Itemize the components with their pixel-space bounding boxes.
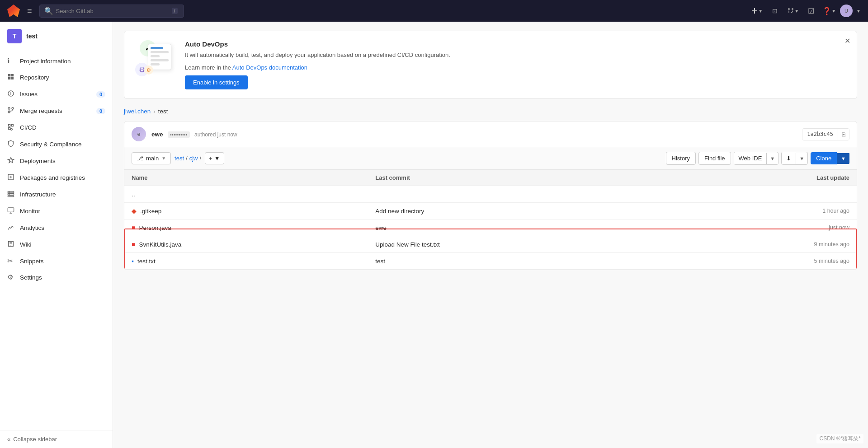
commit-hash-area: 1a2b3c45 ⎘: [802, 128, 849, 140]
commit-author-name: ewe: [151, 131, 163, 138]
svg-rect-1: [752, 10, 757, 11]
analytics-icon: [7, 224, 15, 232]
sidebar-label: Analytics: [20, 224, 44, 231]
download-dropdown[interactable]: ▼: [796, 153, 807, 164]
sidebar-label: CI/CD: [20, 124, 37, 131]
sidebar-label: Repository: [20, 74, 49, 81]
commit-message: Add new directory: [368, 203, 667, 219]
file-table: Name Last commit Last update ..: [124, 170, 857, 270]
sidebar-item-infrastructure[interactable]: Infrastructure: [0, 186, 113, 203]
sidebar-item-merge-requests[interactable]: Merge requests 0: [0, 103, 113, 119]
branch-selector[interactable]: ⎇ main ▼: [132, 152, 171, 164]
copy-hash-button[interactable]: ⎘: [838, 129, 849, 140]
commit-hash-button[interactable]: 1a2b3c45 ⎘: [802, 128, 849, 140]
parent-directory-row[interactable]: ..: [124, 186, 857, 203]
gitlab-logo[interactable]: [7, 5, 20, 17]
sidebar: T test ℹ Project information Repository …: [0, 22, 113, 448]
help-icon[interactable]: ❓▼: [822, 4, 836, 18]
sidebar-label: Settings: [20, 274, 42, 281]
download-main-button[interactable]: ⬇: [782, 152, 796, 164]
issues-badge: 0: [96, 91, 105, 98]
path-part-cjw[interactable]: cjw: [189, 155, 198, 162]
clone-button[interactable]: Clone ▼: [811, 152, 849, 164]
clone-main-button[interactable]: Clone: [811, 152, 837, 164]
svg-rect-9: [8, 196, 14, 197]
web-ide-button[interactable]: Web IDE ▼: [734, 152, 779, 165]
project-avatar: T: [7, 29, 22, 43]
table-row[interactable]: ▪ test.txt test 5 minutes ago: [124, 253, 857, 270]
commit-message: test: [368, 253, 667, 270]
hamburger-menu[interactable]: ≡: [25, 5, 34, 18]
collapse-sidebar-button[interactable]: « Collapse sidebar: [0, 430, 113, 448]
project-name: test: [26, 33, 38, 40]
file-link-person-java[interactable]: Person.java: [139, 224, 171, 231]
sidebar-item-project-information[interactable]: ℹ Project information: [0, 53, 113, 69]
sidebar-item-repository[interactable]: Repository: [0, 69, 113, 86]
file-name-cell: ◆ .gitkeep: [132, 207, 361, 215]
sidebar-item-wiki[interactable]: Wiki: [0, 236, 113, 253]
sidebar-item-snippets[interactable]: ✂ Snippets: [0, 253, 113, 269]
user-avatar[interactable]: U: [840, 5, 853, 17]
merge-requests-icon[interactable]: ▼: [786, 4, 800, 18]
file-name-cell: ■ Person.java: [132, 224, 361, 231]
sidebar-item-cicd[interactable]: CI/CD: [0, 119, 113, 136]
repository-card: e ewe •••••••••• authored just now 1a2b3…: [124, 121, 857, 270]
sidebar-navigation: ℹ Project information Repository Issues …: [0, 49, 113, 430]
table-row[interactable]: ◆ .gitkeep Add new directory 1 hour ago: [124, 203, 857, 219]
table-row[interactable]: ■ Person.java ewe just now: [124, 219, 857, 236]
branch-toolbar: ⎇ main ▼ test / cjw / + ▼ History Find f…: [124, 147, 857, 170]
enable-settings-button[interactable]: Enable in settings: [185, 75, 248, 89]
sidebar-item-settings[interactable]: ⚙ Settings: [0, 269, 113, 285]
watermark: CSDN ®*猪耳朵*: [816, 434, 863, 443]
sidebar-label: Wiki: [20, 241, 32, 248]
plus-icon: +: [209, 155, 212, 162]
sidebar-label: Deployments: [20, 158, 56, 164]
sidebar-item-deployments[interactable]: Deployments: [0, 153, 113, 169]
search-input[interactable]: [56, 8, 169, 14]
sidebar-item-analytics[interactable]: Analytics: [0, 219, 113, 236]
clone-dropdown[interactable]: ▼: [837, 153, 849, 164]
search-bar[interactable]: 🔍 /: [39, 5, 184, 18]
sidebar-item-issues[interactable]: Issues 0: [0, 86, 113, 103]
avatar-dropdown[interactable]: ▼: [856, 9, 861, 14]
close-banner-button[interactable]: ✕: [844, 37, 850, 45]
path-part-test[interactable]: test: [175, 155, 184, 162]
sidebar-label: Project information: [20, 58, 71, 65]
java-icon: ■: [132, 224, 135, 231]
find-file-button[interactable]: Find file: [698, 152, 731, 165]
file-name-cell: ▪ test.txt: [132, 257, 361, 265]
commit-info: ewe •••••••••• authored just now: [151, 130, 797, 138]
issues-icon: [7, 90, 15, 98]
sidebar-item-packages[interactable]: Packages and registries: [0, 169, 113, 186]
web-ide-dropdown[interactable]: ▼: [766, 153, 778, 164]
file-link-svnkitutils[interactable]: SvnKitUtils.java: [139, 241, 181, 248]
download-button[interactable]: ⬇ ▼: [781, 152, 808, 165]
sidebar-label: Security & Compliance: [20, 141, 82, 148]
table-row[interactable]: ■ SvnKitUtils.java Upload New File test.…: [124, 236, 857, 253]
merge-badge: 0: [96, 108, 105, 114]
history-button[interactable]: History: [666, 152, 696, 165]
small-gear-icon: ⚙: [144, 65, 153, 75]
breadcrumb-user[interactable]: jiwei.chen: [124, 108, 151, 115]
last-update: 9 minutes ago: [667, 236, 857, 253]
collapse-icon: «: [7, 436, 10, 443]
commit-bar: e ewe •••••••••• authored just now 1a2b3…: [124, 121, 857, 147]
auto-devops-docs-link[interactable]: Auto DevOps documentation: [232, 64, 307, 71]
file-link-testtxt[interactable]: test.txt: [137, 258, 156, 265]
create-new-icon[interactable]: ▼: [750, 4, 764, 18]
screen-icon[interactable]: ⊡: [768, 4, 782, 18]
banner-description: It will automatically build, test, and d…: [185, 51, 450, 60]
search-slash-key: /: [172, 8, 178, 14]
file-name-cell: ■ SvnKitUtils.java: [132, 241, 361, 248]
shield-icon: [7, 140, 15, 149]
main-content: ✓ ⚙ ⚙ Auto DevOps It will automatically …: [113, 22, 868, 448]
sidebar-item-monitor[interactable]: Monitor: [0, 203, 113, 219]
file-link-gitkeep[interactable]: .gitkeep: [140, 208, 161, 215]
todo-icon[interactable]: ☑: [804, 4, 818, 18]
txt-icon: ▪: [132, 257, 134, 265]
project-header: T test: [0, 22, 113, 49]
file-table-wrapper: Name Last commit Last update ..: [124, 170, 857, 270]
sidebar-item-security[interactable]: Security & Compliance: [0, 136, 113, 153]
add-file-button[interactable]: + ▼: [205, 152, 224, 164]
web-ide-main-button[interactable]: Web IDE: [734, 152, 767, 164]
